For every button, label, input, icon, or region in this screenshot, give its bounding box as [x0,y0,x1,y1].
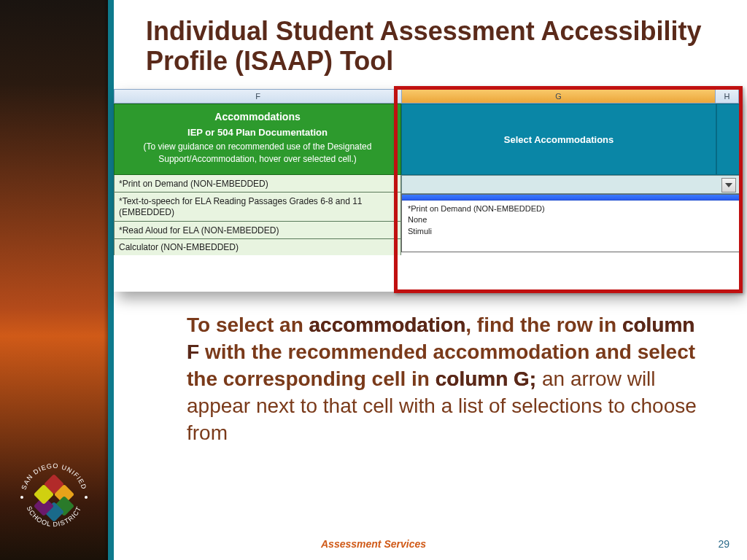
instr-keyword: column G; [436,368,536,390]
column-header-row: F G H [114,89,740,104]
row-cell[interactable]: *Text-to-speech for ELA Reading Passages… [115,192,400,222]
accent-bar [108,0,114,560]
instr-keyword: accommodation [309,314,466,336]
district-logo: SAN DIEGO UNIFIED SCHOOL DISTRICT [13,456,95,538]
dropdown-highlight-bar [402,195,739,201]
dropdown-option[interactable]: *Print on Demand (NON-EMBEDDED) [408,203,733,214]
header-f-line3: (To view guidance on recommended use of … [128,141,387,166]
header-g: Select Accommodations [401,104,716,175]
dropdown-option[interactable]: None [408,214,733,225]
svg-point-4 [85,496,88,499]
header-f-line2: IEP or 504 Plan Documentation [128,126,387,139]
slide-title: Individual Student Assessment Accessibil… [146,16,718,77]
slide: SAN DIEGO UNIFIED SCHOOL DISTRICT Indivi… [0,0,747,560]
page-number: 29 [718,538,729,550]
dropdown-list[interactable]: *Print on Demand (NON-EMBEDDED) None Sti… [401,194,740,252]
column-header-g[interactable]: G [402,90,716,103]
selected-cell-g[interactable] [401,175,740,194]
header-f: Accommodations IEP or 504 Plan Documenta… [114,104,401,175]
svg-point-3 [20,496,23,499]
row-cell[interactable]: *Print on Demand (NON-EMBEDDED) [115,175,400,192]
dropdown-arrow-icon[interactable] [721,178,736,192]
row-cell[interactable]: Calculator (NON-EMBEDDED) [115,239,400,255]
header-h [716,104,740,175]
spreadsheet-screenshot: F G H Accommodations IEP or 504 Plan Doc… [114,89,740,292]
sidebar-panel: SAN DIEGO UNIFIED SCHOOL DISTRICT [0,0,108,560]
instr-part: , find the row in [465,314,622,336]
row-cell[interactable]: *Read Aloud for ELA (NON-EMBEDDED) [115,222,400,239]
instruction-text: To select an accommodation, find the row… [187,312,711,447]
rows-column-g: *Print on Demand (NON-EMBEDDED) None Sti… [401,175,740,255]
header-f-line1: Accommodations [128,110,387,125]
column-header-f[interactable]: F [115,90,402,103]
instr-part: To select an [187,314,309,336]
dropdown-option[interactable]: Stimuli [408,226,733,237]
column-header-h[interactable]: H [716,90,739,103]
footer-label: Assessment Services [0,538,747,550]
rows-column-f: *Print on Demand (NON-EMBEDDED) *Text-to… [114,175,401,255]
logo-flower-icon [35,478,73,516]
section-header-row: Accommodations IEP or 504 Plan Documenta… [114,104,740,175]
